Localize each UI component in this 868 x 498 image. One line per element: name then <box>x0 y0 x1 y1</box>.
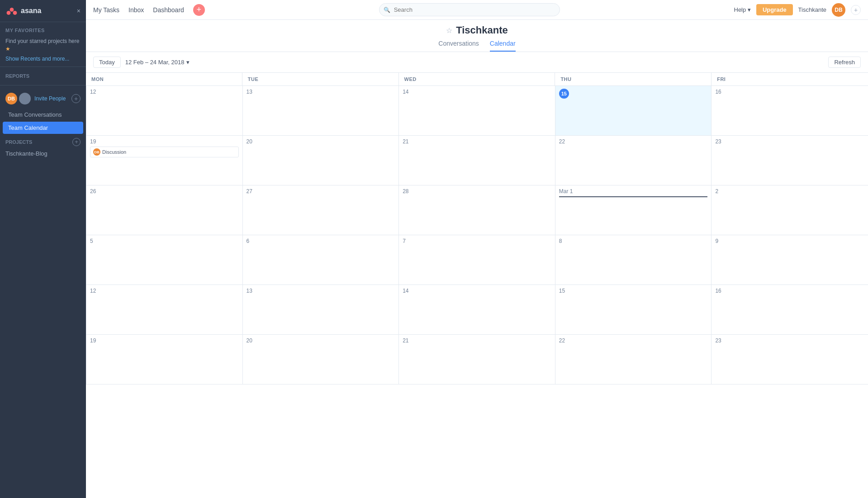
cal-cell-9[interactable]: 9 <box>711 235 868 285</box>
cal-cell-14b[interactable]: 14 <box>399 285 555 335</box>
main-content: My Tasks Inbox Dashboard + 🔍 Help ▾ Upgr… <box>86 0 868 498</box>
svg-point-1 <box>7 11 11 15</box>
cal-cell-19b[interactable]: 19 <box>86 335 243 384</box>
topnav-right: Help ▾ Upgrade Tischkante DB + <box>734 3 861 17</box>
header-fri: FRI <box>711 73 868 85</box>
day-number: 5 <box>90 238 239 244</box>
day-number: 27 <box>247 188 395 194</box>
week-row-6: 19 20 21 22 23 <box>86 335 868 384</box>
add-project-button[interactable]: + <box>72 138 81 146</box>
header-mon: MON <box>86 73 242 85</box>
svg-point-2 <box>13 11 17 15</box>
help-button[interactable]: Help ▾ <box>734 6 751 13</box>
sidebar-divider <box>0 66 86 67</box>
cal-cell-mar2[interactable]: 2 <box>711 185 868 235</box>
day-number: 23 <box>715 138 864 145</box>
dashboard-link[interactable]: Dashboard <box>153 6 184 14</box>
user-avatar[interactable]: DB <box>832 3 845 17</box>
sidebar-header: asana × <box>0 0 86 22</box>
my-favorites-section: My Favorites <box>0 22 86 38</box>
cal-cell-20[interactable]: 20 <box>243 136 399 185</box>
close-icon[interactable]: × <box>77 7 81 14</box>
day-number: 20 <box>247 138 395 145</box>
event-title: Discussion <box>102 149 126 155</box>
cal-cell-mar1[interactable]: Mar 1 <box>555 185 712 235</box>
refresh-button[interactable]: Refresh <box>828 57 861 68</box>
cal-cell-21b[interactable]: 21 <box>399 335 555 384</box>
upgrade-button[interactable]: Upgrade <box>756 4 793 15</box>
add-member-button[interactable]: + <box>71 94 81 103</box>
cal-cell-22b[interactable]: 22 <box>555 335 712 384</box>
show-recents-link[interactable]: Show Recents and more... <box>0 55 86 63</box>
cal-cell-15-today[interactable]: 15 <box>555 86 712 136</box>
project-item-blog[interactable]: Tischkante-Blog <box>0 148 86 159</box>
tab-calendar[interactable]: Calendar <box>490 40 516 52</box>
inbox-link[interactable]: Inbox <box>128 6 144 14</box>
favorite-star-icon[interactable]: ☆ <box>446 26 452 35</box>
day-number: 21 <box>403 337 551 344</box>
date-range-selector[interactable]: 12 Feb – 24 Mar, 2018 ▾ <box>125 59 190 66</box>
cal-cell-8[interactable]: 8 <box>555 235 712 285</box>
starred-projects-text: Find your starred projects here ★ <box>0 38 86 55</box>
svg-point-0 <box>10 8 14 12</box>
asana-logo: asana <box>5 5 41 17</box>
day-number: 14 <box>403 288 551 294</box>
day-number: 26 <box>90 188 239 194</box>
day-number: Mar 1 <box>559 188 708 194</box>
cal-cell-19[interactable]: 19 DB Discussion <box>86 136 243 185</box>
page-title: Tischkante <box>456 24 508 36</box>
add-widget-button[interactable]: + <box>851 5 861 15</box>
week-row-2: 19 DB Discussion 20 21 22 23 <box>86 136 868 185</box>
cal-cell-16b[interactable]: 16 <box>711 285 868 335</box>
cal-cell-21[interactable]: 21 <box>399 136 555 185</box>
avatar-db: DB <box>5 93 17 104</box>
cal-cell-20b[interactable]: 20 <box>243 335 399 384</box>
day-number: 16 <box>715 288 864 294</box>
cal-cell-13b[interactable]: 13 <box>243 285 399 335</box>
cal-cell-12b[interactable]: 12 <box>86 285 243 335</box>
day-number: 15 <box>559 89 708 99</box>
day-number: 12 <box>90 288 239 294</box>
cal-cell-23b[interactable]: 23 <box>711 335 868 384</box>
cal-cell-6[interactable]: 6 <box>243 235 399 285</box>
day-number: 9 <box>715 238 864 244</box>
day-number: 13 <box>247 89 395 95</box>
reports-label: Reports <box>0 71 86 81</box>
calendar-toolbar: Today 12 Feb – 24 Mar, 2018 ▾ Refresh <box>86 52 868 73</box>
cal-cell-28[interactable]: 28 <box>399 185 555 235</box>
search-input[interactable] <box>379 3 560 16</box>
search-icon: 🔍 <box>384 7 390 13</box>
sidebar-divider-2 <box>0 85 86 85</box>
cal-cell-16[interactable]: 16 <box>711 86 868 136</box>
cal-cell-5[interactable]: 5 <box>86 235 243 285</box>
day-number: 15 <box>559 288 708 294</box>
cal-cell-12[interactable]: 12 <box>86 86 243 136</box>
cal-event-discussion[interactable]: DB Discussion <box>90 147 239 157</box>
page-title-row: ☆ Tischkante <box>86 24 868 36</box>
add-task-button[interactable]: + <box>193 4 205 16</box>
cal-cell-23[interactable]: 23 <box>711 136 868 185</box>
cal-cell-22[interactable]: 22 <box>555 136 712 185</box>
cal-cell-7[interactable]: 7 <box>399 235 555 285</box>
day-number: 14 <box>403 89 551 95</box>
invite-people-link[interactable]: Invite People <box>34 95 66 102</box>
chevron-down-icon: ▾ <box>186 59 190 66</box>
day-number: 22 <box>559 337 708 344</box>
tab-conversations[interactable]: Conversations <box>438 40 479 52</box>
sidebar-item-conversations[interactable]: Team Conversations <box>3 109 83 121</box>
day-number: 12 <box>90 89 239 95</box>
logo-text: asana <box>21 7 41 15</box>
cal-cell-15b[interactable]: 15 <box>555 285 712 335</box>
star-icon: ★ <box>5 46 10 52</box>
cal-cell-27[interactable]: 27 <box>243 185 399 235</box>
day-number: 7 <box>403 238 551 244</box>
cal-cell-26[interactable]: 26 <box>86 185 243 235</box>
week-row-1: 12 13 14 15 16 <box>86 86 868 136</box>
sidebar-item-calendar[interactable]: Team Calendar <box>3 122 83 134</box>
today-button[interactable]: Today <box>93 57 121 68</box>
my-tasks-link[interactable]: My Tasks <box>93 6 119 14</box>
cal-cell-13[interactable]: 13 <box>243 86 399 136</box>
day-number: 22 <box>559 138 708 145</box>
cal-cell-14[interactable]: 14 <box>399 86 555 136</box>
calendar-day-headers: MON TUE WED THU FRI <box>86 73 868 86</box>
